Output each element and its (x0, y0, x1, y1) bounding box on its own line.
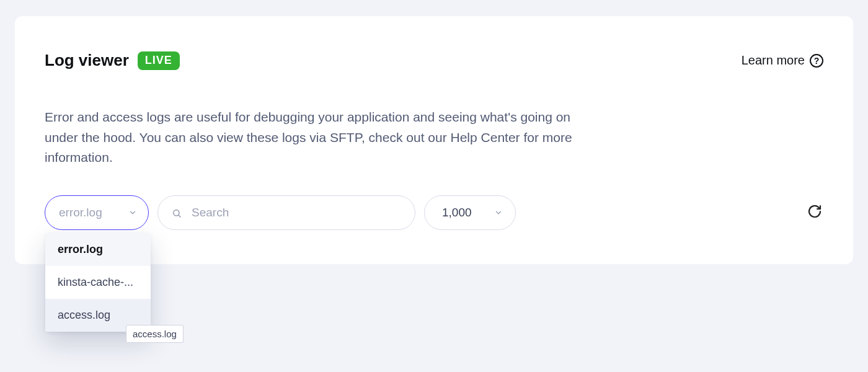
svg-line-1 (179, 215, 180, 217)
refresh-icon (807, 204, 822, 221)
log-viewer-card: Log viewer LIVE Learn more ? Error and a… (15, 16, 853, 264)
page-title: Log viewer (45, 51, 129, 70)
chevron-down-icon (128, 208, 137, 217)
dropdown-option-kinsta-cache[interactable]: kinsta-cache-... (45, 266, 151, 299)
log-file-dropdown: error.log kinsta-cache-... access.log ac… (45, 233, 151, 332)
refresh-button[interactable] (806, 204, 823, 221)
search-input[interactable] (192, 206, 401, 219)
chevron-down-icon (494, 208, 503, 217)
help-icon: ? (810, 54, 823, 68)
dropdown-option-error-log[interactable]: error.log (45, 233, 151, 266)
option-tooltip: access.log (126, 325, 184, 343)
log-file-select[interactable]: error.log error.log kinsta-cache-... acc… (45, 195, 149, 230)
learn-more-label: Learn more (742, 53, 805, 68)
live-badge: LIVE (138, 51, 180, 70)
search-box[interactable] (157, 195, 415, 230)
controls-row: error.log error.log kinsta-cache-... acc… (45, 195, 823, 230)
line-count-value: 1,000 (442, 206, 472, 219)
line-count-select[interactable]: 1,000 (424, 195, 516, 230)
learn-more-link[interactable]: Learn more ? (742, 53, 823, 68)
description-text: Error and access logs are useful for deb… (45, 107, 584, 168)
log-file-select-value: error.log (59, 206, 102, 219)
header-row: Log viewer LIVE Learn more ? (45, 51, 823, 70)
search-icon (172, 208, 182, 218)
title-wrap: Log viewer LIVE (45, 51, 180, 70)
